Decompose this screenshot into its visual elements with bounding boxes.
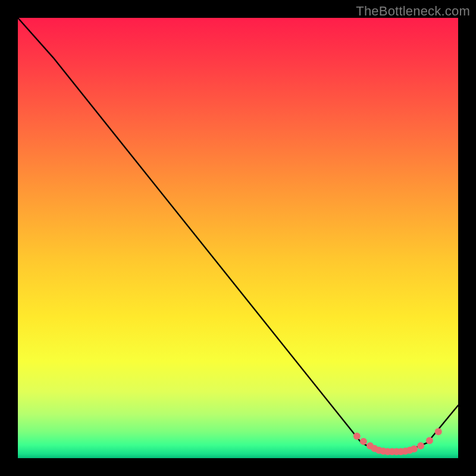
attribution-label: TheBottleneck.com [356, 4, 470, 19]
marker-dot [353, 433, 361, 440]
plot-area [18, 18, 458, 458]
marker-dot [435, 428, 442, 436]
bottleneck-curve [18, 18, 458, 452]
marker-dot [411, 445, 418, 452]
marker-dot [360, 438, 367, 445]
marker-group [353, 428, 442, 455]
marker-dot [426, 437, 433, 444]
marker-dot [417, 442, 424, 449]
chart-frame: TheBottleneck.com [0, 0, 476, 476]
curve-svg [18, 18, 458, 458]
